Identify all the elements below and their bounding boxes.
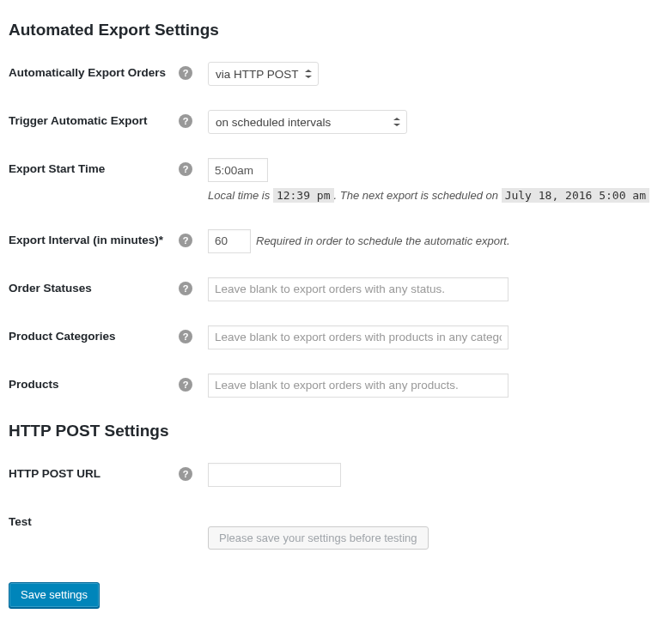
url-label: HTTP POST URL xyxy=(9,466,100,482)
statuses-input[interactable] xyxy=(208,277,509,301)
auto-export-label: Automatically Export Orders xyxy=(9,65,166,81)
local-time-value: 12:39 pm xyxy=(273,188,334,203)
products-input[interactable] xyxy=(208,374,509,398)
help-icon[interactable]: ? xyxy=(179,378,192,392)
trigger-label: Trigger Automatic Export xyxy=(9,113,148,129)
help-icon[interactable]: ? xyxy=(179,282,192,295)
help-icon[interactable]: ? xyxy=(179,467,192,481)
interval-input[interactable] xyxy=(208,229,251,253)
statuses-label: Order Statuses xyxy=(9,281,92,296)
help-icon[interactable]: ? xyxy=(179,114,192,128)
save-settings-button[interactable]: Save settings xyxy=(9,582,100,608)
trigger-select[interactable]: on scheduled intervals xyxy=(208,110,407,134)
http-post-url-input[interactable] xyxy=(208,463,341,487)
help-icon[interactable]: ? xyxy=(179,66,192,80)
categories-input[interactable] xyxy=(208,325,509,349)
interval-hint: Required in order to schedule the automa… xyxy=(256,234,510,247)
start-time-label: Export Start Time xyxy=(9,161,105,177)
auto-export-select[interactable]: via HTTP POST xyxy=(208,62,319,86)
next-export-value: July 18, 2016 5:00 am xyxy=(502,188,649,203)
help-icon[interactable]: ? xyxy=(179,330,192,343)
section-http-post-title: HTTP POST Settings xyxy=(9,422,661,440)
products-label: Products xyxy=(9,377,59,392)
test-label: Test xyxy=(9,514,32,530)
section-automated-export-title: Automated Export Settings xyxy=(9,21,661,39)
categories-label: Product Categories xyxy=(9,329,116,344)
help-icon[interactable]: ? xyxy=(179,234,192,247)
start-time-input[interactable] xyxy=(208,158,268,182)
help-icon[interactable]: ? xyxy=(179,162,192,176)
interval-label: Export Interval (in minutes)* xyxy=(9,233,163,248)
test-button: Please save your settings before testing xyxy=(208,526,429,550)
start-time-hint: Local time is 12:39 pm. The next export … xyxy=(208,187,649,205)
